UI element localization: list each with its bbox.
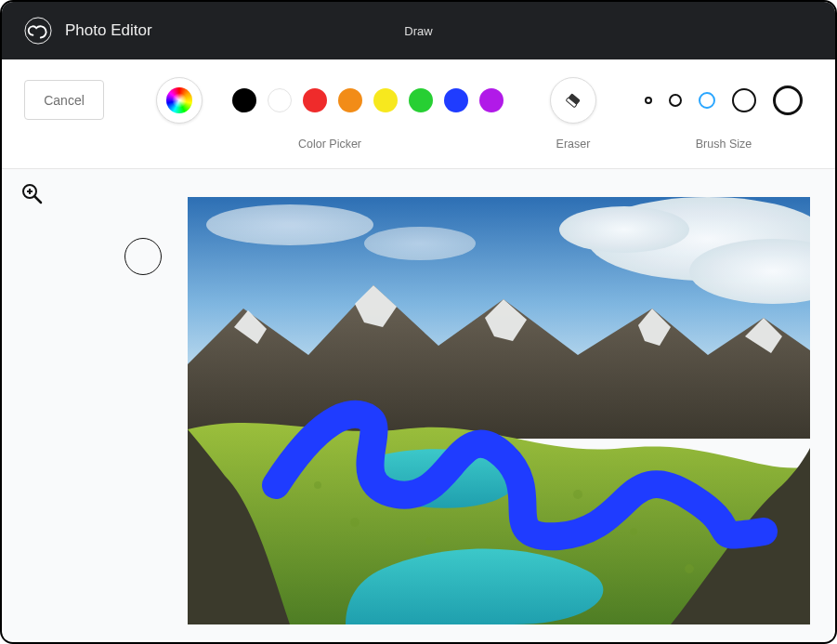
svg-point-16: [573, 490, 582, 499]
svg-point-15: [425, 537, 433, 545]
swatch-green[interactable]: [409, 88, 433, 112]
swatch-orange[interactable]: [338, 88, 362, 112]
svg-point-11: [206, 204, 373, 245]
eraser-group: Eraser: [550, 76, 596, 151]
cancel-button[interactable]: Cancel: [24, 80, 104, 120]
swatch-blue[interactable]: [444, 88, 468, 112]
svg-point-14: [350, 518, 360, 527]
color-wheel-icon: [166, 87, 192, 113]
toolbar: Cancel Color Picker: [2, 59, 835, 169]
color-swatches: [232, 88, 504, 112]
brand: Photo Editor: [24, 17, 152, 45]
photo-canvas[interactable]: [188, 197, 810, 624]
swatch-red[interactable]: [303, 88, 327, 112]
brush-size-label: Brush Size: [696, 138, 752, 151]
brush-size-group: Brush Size: [645, 76, 803, 151]
swatch-purple[interactable]: [479, 88, 504, 112]
canvas-area[interactable]: [4, 169, 833, 640]
svg-point-10: [559, 206, 689, 253]
zoom-in-icon[interactable]: [20, 182, 43, 204]
svg-point-17: [630, 528, 637, 535]
brush-size-3[interactable]: [699, 92, 715, 109]
svg-point-12: [364, 227, 476, 260]
svg-point-18: [685, 564, 694, 573]
svg-point-13: [314, 481, 321, 489]
brush-cursor-indicator: [124, 238, 162, 275]
color-picker-group: Color Picker: [156, 76, 504, 151]
swatch-white[interactable]: [268, 88, 292, 112]
color-picker-button[interactable]: [156, 77, 203, 124]
brush-size-1[interactable]: [645, 97, 652, 104]
swatch-black[interactable]: [232, 88, 256, 112]
app-title: Photo Editor: [65, 21, 152, 40]
eraser-icon: [562, 89, 584, 112]
brush-size-2[interactable]: [669, 94, 682, 107]
svg-line-4: [34, 196, 41, 203]
swatch-yellow[interactable]: [373, 88, 398, 112]
brush-size-4[interactable]: [732, 88, 756, 112]
eraser-button[interactable]: [550, 77, 596, 124]
creative-cloud-icon: [24, 17, 52, 45]
app-window: Photo Editor Draw Cancel: [0, 0, 837, 644]
eraser-label: Eraser: [556, 138, 591, 151]
title-bar: Photo Editor Draw: [2, 2, 835, 59]
mode-label: Draw: [404, 24, 432, 38]
brush-size-5[interactable]: [773, 85, 803, 115]
color-picker-label: Color Picker: [298, 138, 361, 151]
